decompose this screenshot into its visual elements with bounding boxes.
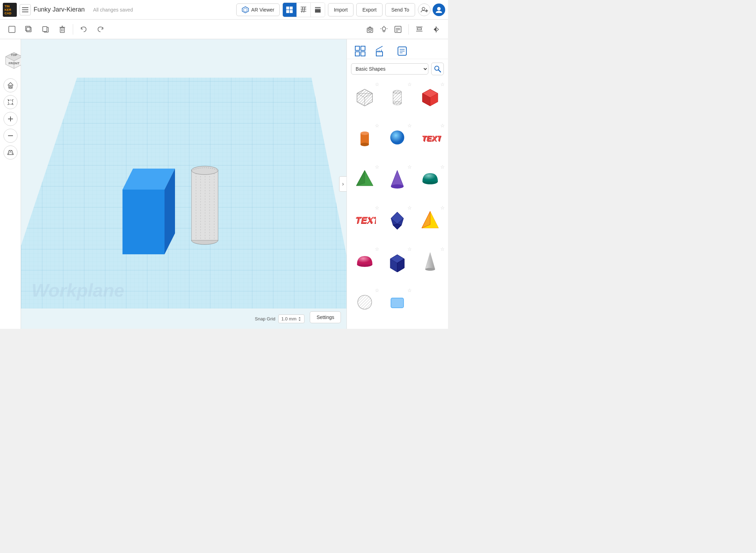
light-button[interactable]: [378, 23, 390, 36]
shapes-category-select[interactable]: Basic Shapes: [351, 63, 428, 75]
redo-button[interactable]: [94, 23, 107, 36]
ar-viewer-button[interactable]: AR Viewer: [236, 3, 280, 16]
svg-point-112: [360, 143, 369, 146]
star-text3d[interactable]: ☆: [440, 123, 445, 128]
shape-item-pyramid-green[interactable]: ☆: [348, 163, 381, 204]
svg-rect-5: [22, 9, 28, 10]
svg-marker-72: [21, 78, 346, 309]
sendto-button[interactable]: Send To: [385, 3, 415, 16]
svg-marker-8: [244, 8, 247, 12]
grid-view-button[interactable]: [283, 3, 297, 17]
shape-item-box-hole[interactable]: ☆: [348, 80, 381, 121]
svg-line-93: [376, 46, 383, 50]
panel-tabs: [347, 39, 448, 59]
shape-icon-box-hole: [352, 84, 377, 108]
svg-rect-24: [9, 26, 15, 33]
settings-button[interactable]: Settings: [310, 311, 341, 323]
camera-button[interactable]: [364, 23, 376, 36]
svg-point-36: [369, 29, 371, 30]
shape-item-text-solid[interactable]: ☆ TEXT TEXT: [348, 204, 381, 245]
tab-grid-button[interactable]: [352, 43, 368, 59]
svg-rect-29: [60, 28, 64, 33]
star-halfsphere-pink[interactable]: ☆: [375, 247, 379, 251]
star-box-hole[interactable]: ☆: [375, 82, 379, 87]
shape-item-cyl-solid[interactable]: ☆: [348, 121, 381, 163]
star-cone-purple[interactable]: ☆: [407, 164, 412, 169]
shape-icon-pyramid-yellow: [418, 207, 442, 232]
delete-button[interactable]: [56, 23, 69, 36]
import-button[interactable]: Import: [328, 3, 354, 16]
wireframe-view-button[interactable]: [297, 3, 311, 17]
svg-marker-134: [425, 253, 435, 269]
svg-rect-6: [22, 12, 28, 12]
zoom-out-button[interactable]: [4, 129, 18, 143]
shape-item-r1[interactable]: ☆: [348, 286, 381, 327]
svg-rect-46: [417, 28, 421, 30]
search-shapes-button[interactable]: [431, 63, 444, 75]
star-halfsphere-teal[interactable]: ☆: [440, 164, 445, 169]
blocks-view-button[interactable]: [311, 3, 325, 17]
notes-button[interactable]: [392, 23, 404, 36]
star-pyramid-green[interactable]: ☆: [375, 164, 379, 169]
separator-1: [73, 24, 73, 35]
star-box-darkblue[interactable]: ☆: [407, 247, 412, 251]
shape-item-cone-purple[interactable]: ☆: [381, 163, 414, 204]
add-user-button[interactable]: [418, 3, 430, 16]
tinkercad-logo[interactable]: TIN KER CAD: [3, 3, 17, 17]
star-cyl-hole[interactable]: ☆: [407, 82, 412, 87]
shape-item-sphere[interactable]: ☆: [381, 121, 414, 163]
duplicate-button[interactable]: [22, 23, 35, 36]
star-box-solid[interactable]: ☆: [440, 82, 445, 87]
user-profile-button[interactable]: [433, 3, 445, 16]
shape-item-r2[interactable]: ☆: [381, 286, 414, 327]
shape-item-pyramid-yellow[interactable]: ☆: [414, 204, 447, 245]
svg-rect-57: [9, 85, 12, 88]
new-button[interactable]: [6, 23, 18, 36]
shape-item-box-darkblue[interactable]: ☆: [381, 245, 414, 286]
toolbar: [0, 20, 448, 39]
undo-button[interactable]: [77, 23, 90, 36]
svg-rect-18: [315, 9, 321, 13]
save-status: All changes saved: [93, 7, 233, 13]
right-panel: Basic Shapes ☆: [346, 39, 448, 329]
star-r1[interactable]: ☆: [375, 288, 379, 293]
export-button[interactable]: Export: [356, 3, 382, 16]
star-r2[interactable]: ☆: [407, 288, 412, 293]
shape-item-cone-silver[interactable]: ☆: [414, 245, 447, 286]
shape-item-diamond-blue[interactable]: ☆: [381, 204, 414, 245]
logo-image: TIN KER CAD: [3, 3, 17, 17]
svg-marker-73: [122, 190, 164, 254]
star-cyl-solid[interactable]: ☆: [375, 123, 379, 128]
svg-point-106: [393, 90, 401, 94]
shape-icon-pyramid-green: [352, 166, 377, 191]
tab-ruler-button[interactable]: [373, 43, 389, 59]
zoom-in-button[interactable]: [4, 112, 18, 126]
right-panel-toggle-button[interactable]: ›: [339, 176, 346, 192]
shape-item-halfsphere-teal[interactable]: ☆: [414, 163, 447, 204]
svg-rect-138: [391, 298, 404, 308]
svg-point-83: [191, 166, 218, 175]
view-tools: [364, 23, 404, 36]
shape-item-box-solid[interactable]: ☆: [414, 80, 447, 121]
mirror-button[interactable]: [430, 23, 442, 36]
copy-button[interactable]: [39, 23, 52, 36]
tab-notes-button[interactable]: [394, 43, 410, 59]
perspective-button[interactable]: [4, 146, 18, 159]
svg-point-114: [390, 130, 404, 144]
align-button[interactable]: [413, 23, 426, 36]
star-diamond-blue[interactable]: ☆: [407, 205, 412, 210]
home-view-button[interactable]: [4, 78, 18, 92]
shape-item-text3d[interactable]: ☆ TEXT TEXT TEXT: [414, 121, 447, 163]
star-cone-silver[interactable]: ☆: [440, 247, 445, 251]
star-text-solid[interactable]: ☆: [375, 205, 379, 210]
shape-item-cyl-hole[interactable]: ☆: [381, 80, 414, 121]
canvas-area[interactable]: Workplane Settings Snap Grid 1.0 mm ›: [21, 39, 346, 329]
shape-item-halfsphere-pink[interactable]: ☆: [348, 245, 381, 286]
fit-view-button[interactable]: [4, 95, 18, 109]
snap-value[interactable]: 1.0 mm: [278, 314, 304, 323]
list-view-button[interactable]: [20, 4, 31, 15]
svg-point-121: [391, 184, 404, 189]
star-pyramid-yellow[interactable]: ☆: [440, 205, 445, 210]
snap-value-text: 1.0 mm: [281, 316, 296, 321]
star-sphere[interactable]: ☆: [407, 123, 412, 128]
